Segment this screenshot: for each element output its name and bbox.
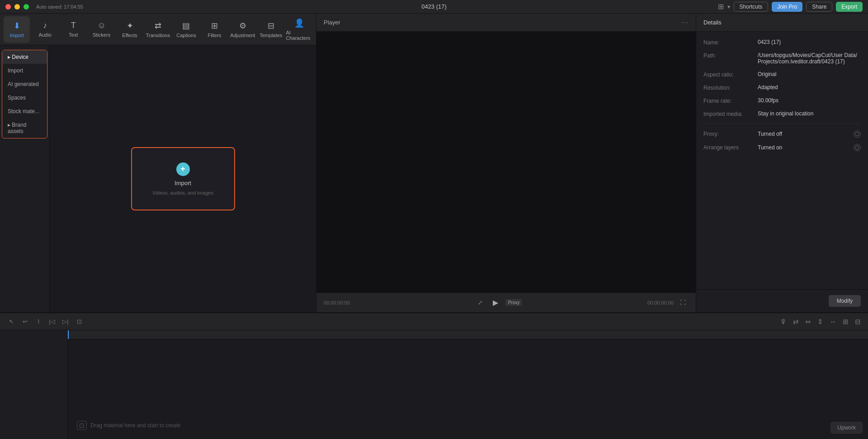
captions-label: Captions <box>176 33 196 38</box>
shortcuts-button[interactable]: Shortcuts <box>734 2 769 12</box>
proxy-toggle[interactable] <box>854 130 861 138</box>
detail-proxy-row: Proxy: Turned off <box>703 130 861 138</box>
player-expand-icon[interactable]: ⤢ <box>475 298 486 307</box>
project-title: 0423 (17) <box>421 3 447 10</box>
toolbar-item-import[interactable]: ⬇Import <box>4 16 30 43</box>
play-button[interactable]: ▶ <box>489 296 502 309</box>
transitions-icon: ⇄ <box>155 21 161 31</box>
adjustment-icon: ⚙ <box>239 21 246 31</box>
details-body: Name: 0423 (17) Path: /Users/topgus/Movi… <box>696 32 868 289</box>
sidebar-item-ai_generated[interactable]: AI generated <box>2 77 47 91</box>
titlebar: Auto saved: 17:04:55 0423 (17) ⊞ ▾ Short… <box>0 0 868 14</box>
time-end: 00:00:00:00 <box>647 300 674 305</box>
filters-label: Filters <box>208 33 221 38</box>
player-menu-icon[interactable]: ⋯ <box>681 18 689 27</box>
detail-path-row: Path: /Users/topgus/Movies/CapCut/User D… <box>703 52 861 65</box>
detail-resolution-row: Resolution: Adapted <box>703 84 861 91</box>
playhead[interactable] <box>68 330 69 339</box>
player-controls: 00:00:00:00 ⤢ ▶ Proxy 00:00:00:00 ⛶ <box>316 292 696 312</box>
undo-button[interactable]: ↩ <box>19 316 31 328</box>
detail-frame-row: Frame rate: 30.00fps <box>703 97 861 104</box>
drag-hint-text: Drag material here and start to create <box>90 422 180 429</box>
import-dropzone[interactable]: + Import Videos, audios, and images <box>131 147 235 210</box>
player-header: Player ⋯ <box>316 14 696 32</box>
mic-icon[interactable]: 🎙 <box>778 316 788 327</box>
layout-chevron-icon[interactable]: ▾ <box>727 4 730 10</box>
import-icon: ⬇ <box>14 21 20 31</box>
detail-aspect-row: Aspect ratio: Original <box>703 71 861 78</box>
toolbar-item-stickers[interactable]: ☺Stickers <box>88 16 114 43</box>
timeline-icon1[interactable]: ⇄ <box>791 316 801 328</box>
auto-saved-label: Auto saved: 17:04:55 <box>36 4 83 10</box>
detail-arrange-row: Arrange layers Turned on <box>703 144 861 151</box>
detail-resolution-label: Resolution: <box>703 84 758 91</box>
fullscreen-button[interactable]: ⛶ <box>677 298 689 307</box>
timeline-ruler <box>68 330 868 339</box>
timeline-area: ⊡ Drag material here and start to create <box>0 330 868 439</box>
details-footer: Modify <box>696 289 868 312</box>
minimize-button[interactable] <box>14 4 20 10</box>
effects-icon: ✦ <box>127 21 133 31</box>
sidebar-item-stock_mate[interactable]: Stock mate... <box>2 105 47 118</box>
close-button[interactable] <box>5 4 11 10</box>
details-header: Details <box>696 14 868 32</box>
timeline-icon6[interactable]: ⊟ <box>853 316 863 328</box>
timeline-icon4[interactable]: ↔ <box>828 316 838 327</box>
toolbar-item-text[interactable]: TText <box>60 16 86 43</box>
timeline-track: ⊡ Drag material here and start to create <box>68 330 868 439</box>
player-right-controls: 00:00:00:00 ⛶ <box>647 298 689 307</box>
timeline-icon2[interactable]: ⇔ <box>803 316 813 328</box>
toolbar-item-transitions[interactable]: ⇄Transitions <box>145 16 171 43</box>
crop-button[interactable]: ▷| <box>60 316 71 328</box>
layout-icon[interactable]: ⊞ <box>718 2 724 11</box>
modify-button[interactable]: Modify <box>829 295 861 307</box>
arrange-toggle[interactable] <box>854 144 861 151</box>
audio-icon: ♪ <box>43 21 47 30</box>
content-area: ▸ DeviceImportAI generatedSpacesStock ma… <box>0 45 316 312</box>
select-tool-button[interactable]: ↖ <box>5 316 17 328</box>
timeline-right-controls: 🎙 ⇄ ⇔ ⇕ ↔ ⊞ ⊟ <box>778 316 863 328</box>
upwork-button[interactable]: Upwork <box>830 422 863 434</box>
ai_characters-icon: 👤 <box>294 18 304 28</box>
toolbar-item-audio[interactable]: ♪Audio <box>32 16 58 43</box>
detail-arrange-value: Turned on <box>758 144 854 151</box>
timeline-left-controls: ↖ ↩ ⌇ |◁ ▷| ⊡ <box>5 316 85 328</box>
sidebar: ▸ DeviceImportAI generatedSpacesStock ma… <box>0 45 50 312</box>
split-button[interactable]: ⌇ <box>33 316 44 328</box>
captions-icon: ▤ <box>182 21 190 31</box>
titlebar-left: Auto saved: 17:04:55 <box>5 4 83 10</box>
timeline-icon3[interactable]: ⇕ <box>816 316 825 328</box>
toolbar-item-filters[interactable]: ⊞Filters <box>201 16 227 43</box>
adjustment-label: Adjustment <box>230 33 255 38</box>
toolbar-item-adjustment[interactable]: ⚙Adjustment <box>230 16 256 43</box>
text-label: Text <box>69 32 78 38</box>
timeline-labels <box>0 330 68 439</box>
toolbar-item-ai_characters[interactable]: 👤AI Characters <box>286 16 312 43</box>
sidebar-group: ▸ DeviceImportAI generatedSpacesStock ma… <box>2 50 47 138</box>
export-button[interactable]: Export <box>836 2 863 12</box>
share-button[interactable]: Share <box>806 2 832 12</box>
toolbar-item-captions[interactable]: ▤Captions <box>173 16 199 43</box>
player-title: Player <box>324 19 340 26</box>
sidebar-item-import[interactable]: Import <box>2 64 47 77</box>
timeline-icon5[interactable]: ⊞ <box>841 316 850 328</box>
toolbar-item-effects[interactable]: ✦Effects <box>117 16 143 43</box>
timeline-toolbar: ↖ ↩ ⌇ |◁ ▷| ⊡ 🎙 ⇄ ⇔ ⇕ ↔ ⊞ ⊟ <box>0 313 868 330</box>
sidebar-item-device[interactable]: ▸ Device <box>2 50 47 64</box>
maximize-button[interactable] <box>24 4 29 10</box>
toolbar-item-templates[interactable]: ⊟Templates <box>258 16 284 43</box>
detail-aspect-label: Aspect ratio: <box>703 71 758 78</box>
player-content <box>316 32 696 292</box>
detail-frame-label: Frame rate: <box>703 97 758 104</box>
detail-imported-value: Stay in original location <box>758 110 861 117</box>
sidebar-item-spaces[interactable]: Spaces <box>2 91 47 105</box>
joinpro-button[interactable]: Join Pro <box>772 2 802 12</box>
ai_characters-label: AI Characters <box>286 30 312 41</box>
delete-button[interactable]: ⊡ <box>73 316 85 328</box>
sidebar-item-brand_assets[interactable]: ▸ Brand assets <box>2 118 47 138</box>
time-start: 00:00:00:00 <box>324 300 350 305</box>
import-plus-icon: + <box>176 162 190 176</box>
svg-point-1 <box>855 146 859 149</box>
trim-button[interactable]: |◁ <box>46 316 58 328</box>
transitions-label: Transitions <box>146 33 170 38</box>
